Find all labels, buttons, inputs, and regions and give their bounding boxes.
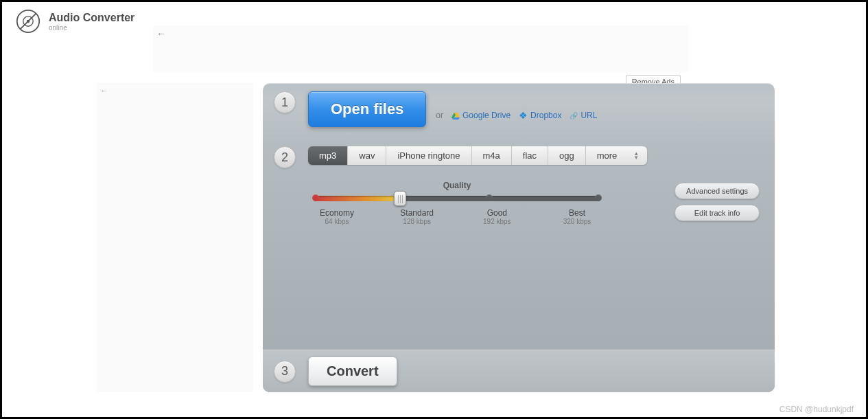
quality-slider-knob[interactable] <box>394 191 406 206</box>
file-sources: or Google Drive ❖ Dropbox <box>436 110 597 121</box>
google-drive-link[interactable]: Google Drive <box>451 111 511 120</box>
quality-best: Best 320 kbps <box>550 208 605 225</box>
slider-tick-best <box>595 194 602 201</box>
or-label: or <box>436 111 443 120</box>
watermark-text: CSDN @hudunkjpdf <box>779 405 854 414</box>
sort-caret-icon: ▲▼ <box>633 152 639 160</box>
format-wav-button[interactable]: wav <box>348 146 386 165</box>
step-1-badge: 1 <box>274 91 296 113</box>
format-more-label: more <box>597 150 618 161</box>
quality-good: Good 192 kbps <box>469 208 524 225</box>
dropbox-link[interactable]: ❖ Dropbox <box>519 110 561 121</box>
formats-bar: mp3 wav iPhone ringtone m4a flac ogg mor… <box>308 146 647 165</box>
format-mp3-button[interactable]: mp3 <box>308 146 348 165</box>
edit-track-info-button[interactable]: Edit track info <box>675 205 760 221</box>
quality-standard-name: Standard <box>390 208 445 218</box>
sidebar-back-icon[interactable]: ← <box>100 86 108 95</box>
quality-economy-rate: 64 kbps <box>309 218 364 225</box>
quality-good-name: Good <box>469 208 524 218</box>
svg-line-3 <box>20 13 36 29</box>
url-link[interactable]: 🔗 URL <box>570 111 597 120</box>
quality-standard-rate: 128 kbps <box>390 218 445 225</box>
ad-strip-top <box>153 25 688 72</box>
quality-block: Quality Economy 64 kbps Standard 128 kbp… <box>309 181 605 225</box>
slider-tick-economy <box>312 194 319 201</box>
step-1-row: 1 Open files or Google Drive ❖ <box>263 83 775 127</box>
quality-standard: Standard 128 kbps <box>390 208 445 225</box>
quality-good-rate: 192 kbps <box>469 218 524 225</box>
dropbox-icon: ❖ <box>519 110 528 121</box>
advanced-settings-button[interactable]: Advanced settings <box>675 183 760 199</box>
dropbox-label: Dropbox <box>530 111 561 120</box>
open-files-button[interactable]: Open files <box>308 91 426 127</box>
quality-best-name: Best <box>550 208 605 218</box>
quality-economy: Economy 64 kbps <box>309 208 364 225</box>
step-3-badge: 3 <box>274 361 296 383</box>
slider-tick-good <box>486 194 493 201</box>
url-label: URL <box>580 111 597 120</box>
google-drive-label: Google Drive <box>462 111 511 120</box>
quality-title: Quality <box>309 181 605 190</box>
format-ogg-button[interactable]: ogg <box>548 146 586 165</box>
back-arrow-icon[interactable]: ← <box>156 28 166 39</box>
format-flac-button[interactable]: flac <box>512 146 548 165</box>
main-panel: 1 Open files or Google Drive ❖ <box>263 83 775 392</box>
quality-economy-name: Economy <box>309 208 364 218</box>
quality-slider-track[interactable] <box>314 196 600 201</box>
app-subtitle: online <box>49 24 134 32</box>
format-more-button[interactable]: more ▲▼ <box>586 146 648 165</box>
sidebar-ad-placeholder <box>97 83 253 392</box>
quality-best-rate: 320 kbps <box>550 218 605 225</box>
step-3-row: 3 Convert <box>263 350 775 392</box>
step-2-row: 2 mp3 wav iPhone ringtone m4a flac ogg m… <box>263 127 775 168</box>
app-title: Audio Converter <box>49 12 134 24</box>
step-2-badge: 2 <box>274 146 296 168</box>
link-icon: 🔗 <box>570 112 578 120</box>
app-logo-icon <box>16 9 40 34</box>
format-m4a-button[interactable]: m4a <box>472 146 512 165</box>
convert-button[interactable]: Convert <box>308 356 397 386</box>
google-drive-icon <box>451 112 460 119</box>
format-iphone-ringtone-button[interactable]: iPhone ringtone <box>386 146 471 165</box>
